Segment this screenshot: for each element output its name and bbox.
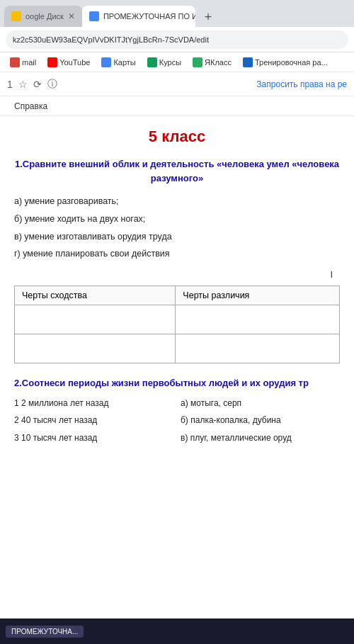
bookmark-yaklass[interactable]: ЯКласс [188, 56, 236, 69]
refresh-icon[interactable]: ⟳ [33, 79, 42, 90]
page-content: 5 класс 1.Сравните внешний облик и деяте… [0, 116, 354, 644]
bookmark-youtube[interactable]: YouTube [43, 56, 94, 69]
taskbar: ПРОМЕЖУТОЧНА... [0, 618, 354, 644]
address-text: kz2c530uEW93aEQVpIVvDKITJtYgjLBcRn-7ScVD… [13, 35, 209, 44]
bookmark-mail-label: mail [22, 58, 36, 67]
taskbar-item[interactable]: ПРОМЕЖУТОЧНА... [6, 626, 84, 638]
bookmarks-bar: mail YouTube Карты Курсы ЯКласс Трениров… [0, 52, 354, 72]
browser-frame: oogle Диск ✕ ПРОМЕЖУТОЧНАЯ ПО ИСТОР ✕ + … [0, 0, 354, 644]
tab-close-inactive[interactable]: ✕ [68, 11, 75, 21]
left-item-2: 2 40 тысяч лет назад [14, 414, 173, 426]
bookmark-courses[interactable]: Курсы [143, 56, 185, 69]
yaklass-icon [193, 57, 202, 67]
info-icon[interactable]: ⓘ [47, 78, 57, 91]
matching-left: 1 2 миллиона лет назад 2 40 тысяч лет на… [14, 397, 173, 450]
new-tab-button[interactable]: + [198, 7, 218, 27]
table-cell-sim-2[interactable] [15, 334, 176, 363]
table-cell-sim-1[interactable] [15, 305, 176, 334]
bookmark-train-label: Тренировочная ра... [255, 58, 328, 67]
tab-active-label: ПРОМЕЖУТОЧНАЯ ПО ИСТОР [103, 12, 195, 21]
matching-right: а) мотыга, серп б) палка-копалка, дубина… [181, 397, 340, 450]
courses-icon [147, 57, 157, 67]
table-header-difference: Черты различия [176, 286, 340, 305]
comparison-table: Черты сходства Черты различия [14, 286, 340, 363]
table-row-1 [15, 305, 340, 334]
bookmark-courses-label: Курсы [159, 58, 181, 67]
table-cell-diff-1[interactable] [176, 305, 340, 334]
tab-active[interactable]: ПРОМЕЖУТОЧНАЯ ПО ИСТОР ✕ [82, 6, 195, 27]
menu-bar: Справка [0, 96, 354, 116]
tab-inactive-label: oogle Диск [25, 12, 64, 21]
bookmark-maps[interactable]: Карты [97, 56, 139, 69]
question2-text: 2.Соотнеси периоды жизни первобытных люд… [14, 376, 340, 390]
help-menu[interactable]: Справка [10, 98, 52, 114]
left-item-1: 1 2 миллиона лет назад [14, 397, 173, 409]
tab-bar: oogle Диск ✕ ПРОМЕЖУТОЧНАЯ ПО ИСТОР ✕ + [0, 0, 354, 27]
youtube-icon [47, 57, 57, 67]
page-title: 5 класс [14, 128, 340, 146]
address-bar-row: kz2c530uEW93aEQVpIVvDKITJtYgjLBcRn-7ScVD… [0, 27, 354, 52]
drive-favicon [11, 11, 21, 21]
answer-b: б) умение ходить на двух ногах; [14, 213, 340, 226]
bookmark-train[interactable]: Тренировочная ра... [239, 56, 332, 69]
nav-back-icon[interactable]: 1 [7, 79, 13, 90]
toolbar-row: 1 ☆ ⟳ ⓘ Запросить права на ре [0, 72, 354, 96]
matching-section: 1 2 миллиона лет назад 2 40 тысяч лет на… [14, 397, 340, 450]
answer-a: а) умение разговаривать; [14, 195, 340, 208]
table-row-2 [15, 334, 340, 363]
question1-text: 1.Сравните внешний облик и деятельность … [14, 157, 340, 185]
maps-icon [101, 57, 111, 67]
tab-inactive[interactable]: oogle Диск ✕ [4, 6, 82, 27]
request-rights-button[interactable]: Запросить права на ре [256, 79, 347, 89]
gmail-icon [10, 57, 20, 67]
toolbar-left: 1 ☆ ⟳ ⓘ [7, 78, 57, 91]
cursor-char: I [330, 269, 333, 280]
docs-favicon [89, 11, 99, 21]
answer-list: а) умение разговаривать; б) умение ходит… [14, 195, 340, 261]
bookmark-youtube-label: YouTube [59, 58, 90, 67]
table-header-similarity: Черты сходства [15, 286, 176, 305]
right-item-1: а) мотыга, серп [181, 397, 340, 409]
right-item-3: в) плуг, металлические оруд [181, 432, 340, 444]
bookmark-yaklass-label: ЯКласс [205, 58, 232, 67]
left-item-3: 3 10 тысяч лет назад [14, 432, 173, 444]
star-icon[interactable]: ☆ [18, 79, 28, 90]
table-cell-diff-2[interactable] [176, 334, 340, 363]
answer-c: в) умение изготавливать орудия труда [14, 230, 340, 244]
answer-d: г) умение планировать свои действия [14, 247, 340, 261]
train-icon [243, 57, 253, 67]
bookmark-mail[interactable]: mail [6, 56, 40, 69]
address-bar[interactable]: kz2c530uEW93aEQVpIVvDKITJtYgjLBcRn-7ScVD… [6, 30, 348, 49]
right-item-2: б) палка-копалка, дубина [181, 414, 340, 426]
cursor-indicator: I [14, 269, 340, 280]
bookmark-maps-label: Карты [113, 58, 135, 67]
